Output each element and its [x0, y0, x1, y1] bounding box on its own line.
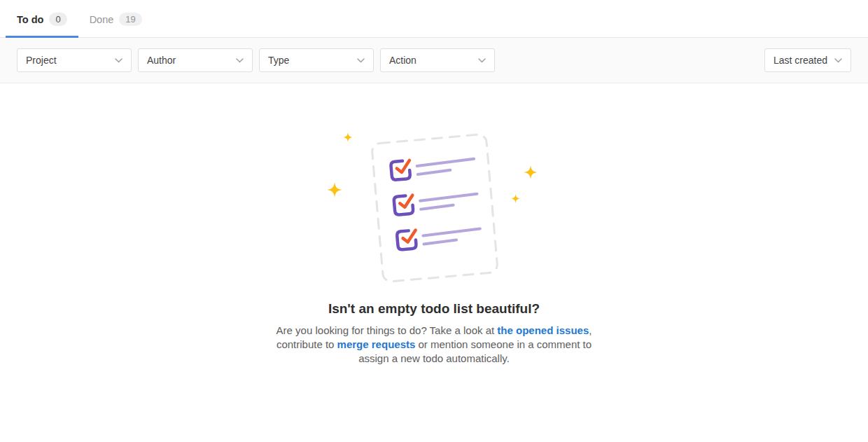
- merge-requests-link[interactable]: merge requests: [337, 338, 416, 350]
- opened-issues-link[interactable]: the opened issues: [497, 324, 589, 336]
- tab-done-label: Done: [90, 14, 114, 25]
- checked-checkbox-icon: [372, 134, 498, 282]
- empty-todo-illustration: [322, 125, 546, 290]
- filter-group: Project Author Type Action: [17, 48, 495, 72]
- action-filter-dropdown[interactable]: Action: [380, 48, 495, 72]
- chevron-down-icon: [115, 58, 122, 63]
- author-filter-label: Author: [147, 55, 176, 66]
- empty-state: Isn't an empty todo list beautiful? Are …: [0, 83, 868, 366]
- empty-state-text: Are you looking for things to do? Take a…: [272, 324, 597, 366]
- tab-todo[interactable]: To do 0: [6, 0, 78, 38]
- chevron-down-icon: [834, 58, 842, 63]
- tab-done[interactable]: Done 19: [78, 0, 153, 38]
- chevron-down-icon: [478, 58, 486, 63]
- sort-dropdown[interactable]: Last created: [764, 48, 851, 72]
- action-filter-label: Action: [389, 55, 416, 66]
- filter-bar: Project Author Type Action Last created: [0, 38, 868, 83]
- chevron-down-icon: [236, 58, 244, 63]
- sort-label: Last created: [774, 55, 827, 66]
- tab-todo-count-badge: 0: [49, 13, 66, 26]
- todos-tab-bar: To do 0 Done 19: [0, 0, 868, 38]
- type-filter-dropdown[interactable]: Type: [259, 48, 374, 72]
- tab-todo-label: To do: [17, 14, 43, 25]
- type-filter-label: Type: [268, 55, 289, 66]
- empty-state-title: Isn't an empty todo list beautiful?: [0, 301, 868, 317]
- author-filter-dropdown[interactable]: Author: [138, 48, 253, 72]
- empty-state-text-part1: Are you looking for things to do? Take a…: [276, 324, 498, 336]
- project-filter-dropdown[interactable]: Project: [17, 48, 132, 72]
- tab-done-count-badge: 19: [119, 13, 141, 26]
- chevron-down-icon: [357, 58, 365, 63]
- project-filter-label: Project: [26, 55, 57, 66]
